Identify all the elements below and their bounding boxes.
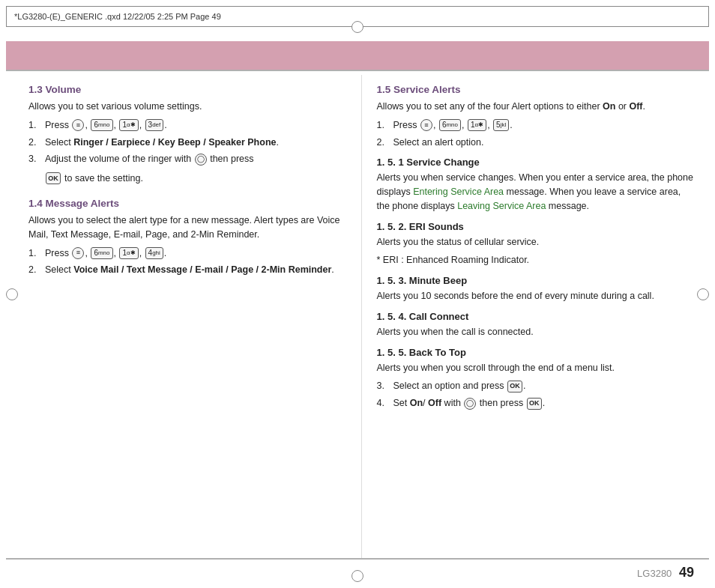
heading-1-5-4: 1. 5. 4. Call Connect <box>377 311 695 322</box>
step-1-4-2: 2. Select Voice Mail / Text Message / E-… <box>28 263 346 277</box>
heading-1-3: 1.3 Volume <box>28 84 346 95</box>
para-1-5-2-2: * ERI : Enhanced Roaming Indicator. <box>377 253 695 267</box>
steps-1-3: 1. Press ≡, 6mno, 1α✱, 3def. 2. Select R… <box>28 118 346 166</box>
one-key-3: 1α✱ <box>468 119 486 131</box>
right-column: 1.5 Service Alerts Allows you to set any… <box>362 75 710 558</box>
one-key-2: 1α✱ <box>119 247 138 259</box>
step-end-3: 3. Select an option and press OK. <box>377 379 695 393</box>
intro-1-5: Allows you to set any of the four Alert … <box>377 100 695 114</box>
ok-key-1: OK <box>46 172 61 184</box>
file-info: *LG3280-(E)_GENERIC .qxd 12/22/05 2:25 P… <box>14 12 701 21</box>
section-1-3: 1.3 Volume Allows you to set various vol… <box>28 84 346 184</box>
section-1-5-4: 1. 5. 4. Call Connect Alerts you when th… <box>377 311 695 339</box>
step-1-5-1: 1. Press ≡, 6mno, 1α✱, 5jkl. <box>377 118 695 133</box>
page-footer: LG3280 49 <box>6 565 709 581</box>
step-1-3-1: 1. Press ≡, 6mno, 1α✱, 3def. <box>28 118 346 133</box>
para-1-5-3: Alerts you 10 seconds before the end of … <box>377 289 695 303</box>
six-key-2: 6mno <box>91 247 112 259</box>
step-1-3-3-cont: OK to save the setting. <box>28 172 346 184</box>
menu-key-3: ≡ <box>420 119 432 131</box>
separator-top <box>6 70 709 71</box>
three-key: 3def <box>145 119 164 131</box>
intro-1-4: Allows you to select the alert type for … <box>28 213 346 242</box>
heading-1-5-3: 1. 5. 3. Minute Beep <box>377 275 695 286</box>
heading-1-5: 1.5 Service Alerts <box>377 84 695 95</box>
nav-key-2: ◯ <box>464 398 476 410</box>
content-area: 1.3 Volume Allows you to set various vol… <box>6 75 709 558</box>
section-1-5-1: 1. 5. 1 Service Change Alerts you when s… <box>377 157 695 213</box>
steps-1-4: 1. Press ≡, 6mno, 1α✱, 4ghi. 2. Select V… <box>28 246 346 278</box>
step-1-3-2: 2. Select Ringer / Earpiece / Key Beep /… <box>28 136 346 150</box>
section-1-5: 1.5 Service Alerts Allows you to set any… <box>377 84 695 149</box>
heading-1-5-5: 1. 5. 5. Back To Top <box>377 347 695 358</box>
step-1-3-3: 3. Adjust the volume of the ringer with … <box>28 152 346 166</box>
reg-mark-top <box>352 21 363 33</box>
para-1-5-2-1: Alerts you the status of cellular servic… <box>377 235 695 249</box>
color-bar <box>6 41 709 70</box>
nav-key-1: ◯ <box>195 154 207 166</box>
page-info: LG3280 49 <box>637 565 694 581</box>
step-1-5-2: 2. Select an alert option. <box>377 136 695 150</box>
steps-1-5: 1. Press ≡, 6mno, 1α✱, 5jkl. 2. Select a… <box>377 118 695 150</box>
page-number: 49 <box>679 565 694 580</box>
menu-key: ≡ <box>72 119 84 131</box>
link-leaving: Leaving Service Area <box>457 201 546 211</box>
one-key-1: 1α✱ <box>119 119 138 131</box>
six-key: 6mno <box>91 119 112 131</box>
heading-1-4: 1.4 Message Alerts <box>28 198 346 209</box>
para-1-5-1: Alerts you when service changes. When yo… <box>377 171 695 213</box>
link-entering: Entering Service Area <box>413 187 504 197</box>
steps-end: 3. Select an option and press OK. 4. Set… <box>377 379 695 410</box>
step-1-4-1: 1. Press ≡, 6mno, 1α✱, 4ghi. <box>28 246 346 261</box>
step-end-4: 4. Set On/ Off with ◯ then press OK. <box>377 396 695 410</box>
heading-1-5-2: 1. 5. 2. ERI Sounds <box>377 221 695 232</box>
ok-key-3: OK <box>527 398 542 410</box>
intro-1-3: Allows you to set various volume setting… <box>28 100 346 114</box>
menu-key-2: ≡ <box>72 247 84 259</box>
para-1-5-5: Alerts you when you scroll through the e… <box>377 361 695 375</box>
brand-label: LG3280 <box>637 568 672 579</box>
para-1-5-4: Alerts you when the call is connected. <box>377 325 695 339</box>
heading-1-5-1: 1. 5. 1 Service Change <box>377 157 695 168</box>
section-1-4: 1.4 Message Alerts Allows you to select … <box>28 198 346 277</box>
section-1-5-3: 1. 5. 3. Minute Beep Alerts you 10 secon… <box>377 275 695 303</box>
four-key: 4ghi <box>145 247 163 259</box>
six-key-3: 6mno <box>439 119 461 131</box>
ok-key-2: OK <box>507 381 522 392</box>
five-key: 5jkl <box>493 119 509 131</box>
section-1-5-2: 1. 5. 2. ERI Sounds Alerts you the statu… <box>377 221 695 268</box>
section-1-5-5: 1. 5. 5. Back To Top Alerts you when you… <box>377 347 695 375</box>
separator-bottom <box>6 558 709 560</box>
left-column: 1.3 Volume Allows you to set various vol… <box>6 75 362 558</box>
